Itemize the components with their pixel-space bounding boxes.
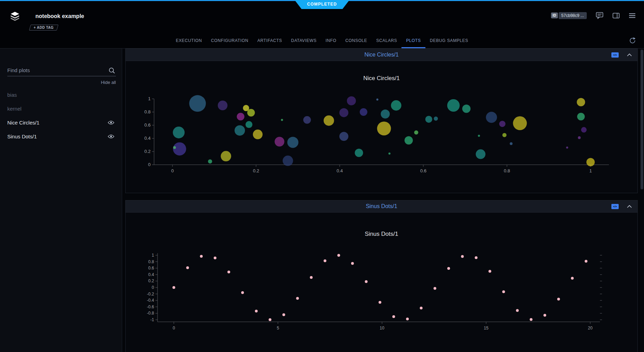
svg-text:0: 0 [148,162,151,167]
nice-circles-chart[interactable]: 00.20.40.60.8100.20.40.60.81 [142,93,611,177]
search-input[interactable] [7,65,116,76]
sinus-dots-chart[interactable]: 05101520-1-0.8-0.6-0.4-0.200.20.40.60.81 [141,252,604,334]
svg-text:20: 20 [588,326,593,330]
eye-icon[interactable] [108,134,115,139]
svg-text:0.6: 0.6 [420,168,426,173]
collapse-chevron-icon[interactable] [627,53,632,57]
svg-text:0: 0 [152,285,154,290]
plots-sidebar: Hide all biaskernelNice Circles/1Sinus D… [0,49,122,352]
svg-text:1: 1 [148,96,151,101]
tab-dataviews[interactable]: DATAVIEWS [287,34,321,48]
tab-console[interactable]: CONSOLE [341,34,372,48]
svg-text:0.4: 0.4 [337,168,343,173]
svg-text:0.4: 0.4 [144,136,151,141]
app-root: COMPLETED notebook example + ADD TAG ID … [0,0,644,352]
add-tag-label: + ADD TAG [34,26,54,29]
svg-text:0.6: 0.6 [144,122,151,128]
panel-title: Nice Circles/1 [364,52,399,58]
tab-scalars[interactable]: SCALARS [372,34,401,48]
svg-text:0.8: 0.8 [504,168,510,173]
status-badge: COMPLETED [295,0,349,9]
svg-text:-0.6: -0.6 [147,304,154,309]
svg-text:1: 1 [589,168,592,173]
sidebar-item-kernel[interactable]: kernel [7,102,116,115]
svg-text:-0.2: -0.2 [147,292,154,297]
svg-text:0.2: 0.2 [253,168,259,173]
tab-bar: EXECUTIONCONFIGURATIONARTIFACTSDATAVIEWS… [0,34,644,49]
plot-name: kernel [7,106,116,112]
panel-body: Nice Circles/1 00.20.40.60.8100.20.40.60… [126,61,637,193]
svg-text:0.2: 0.2 [144,149,151,154]
sidebar-item-nice-circles-1[interactable]: Nice Circles/1 [7,115,116,129]
details-panel-icon[interactable] [612,12,620,19]
experiment-id-badge[interactable]: ID 57cb98c9 ... [551,12,587,19]
panel-header: Sinus Dots/1 </> [126,200,637,213]
svg-text:-0.4: -0.4 [147,298,154,303]
hide-all-link[interactable]: Hide all [7,80,116,85]
header-actions: ID 57cb98c9 ... [551,12,636,19]
svg-text:10: 10 [380,326,384,330]
svg-text:0.2: 0.2 [148,278,154,283]
svg-text:0: 0 [171,168,173,173]
scrollbar[interactable] [640,49,644,352]
tab-info[interactable]: INFO [321,34,341,48]
svg-text:5: 5 [277,326,279,330]
svg-text:-0.8: -0.8 [147,311,154,316]
svg-text:0.6: 0.6 [148,266,154,271]
sidebar-item-sinus-dots-1[interactable]: Sinus Dots/1 [7,129,116,143]
app-logo-icon[interactable] [10,11,20,23]
search-row [7,65,116,76]
search-icon [109,67,115,75]
panel-actions: </> [611,200,632,212]
svg-text:0.4: 0.4 [148,272,154,277]
chart-title: Sinus Dots/1 [126,230,637,238]
plot-panel-sinus-dots: Sinus Dots/1 </> Sinus Dots/1 05101520-1… [125,200,638,352]
plot-code-icon[interactable]: </> [611,52,619,58]
tab-configuration[interactable]: CONFIGURATION [206,34,253,48]
svg-text:0: 0 [173,326,175,330]
menu-icon[interactable] [629,12,636,19]
plot-name: bias [7,92,116,98]
plot-panel-nice-circles: Nice Circles/1 </> Nice Circles/1 00.20.… [125,49,638,193]
plots-main: Nice Circles/1 </> Nice Circles/1 00.20.… [122,49,640,352]
sidebar-item-bias[interactable]: bias [7,88,116,102]
panel-header: Nice Circles/1 </> [126,49,637,61]
eye-icon[interactable] [108,120,115,125]
refresh-icon[interactable] [629,37,636,44]
tab-plots[interactable]: PLOTS [401,34,425,48]
content-area: Hide all biaskernelNice Circles/1Sinus D… [0,49,644,352]
tab-artifacts[interactable]: ARTIFACTS [253,34,287,48]
svg-text:15: 15 [484,326,489,330]
add-tag-button[interactable]: + ADD TAG [29,25,58,31]
experiment-title: notebook example [35,13,84,19]
chart-title: Nice Circles/1 [126,74,637,83]
tab-debug-samples[interactable]: DEBUG SAMPLES [425,34,473,48]
svg-text:-1: -1 [150,317,154,322]
tab-execution[interactable]: EXECUTION [171,34,206,48]
panel-actions: </> [611,49,632,61]
id-value: 57cb98c9 ... [559,12,587,19]
id-label: ID [551,12,558,18]
scrollbar-thumb[interactable] [641,50,643,189]
collapse-chevron-icon[interactable] [627,205,632,208]
panel-body: Sinus Dots/1 05101520-1-0.8-0.6-0.4-0.20… [126,213,637,352]
svg-text:0.8: 0.8 [148,259,154,264]
comments-icon[interactable] [596,12,603,19]
plot-name: Sinus Dots/1 [7,134,108,139]
svg-text:0.8: 0.8 [144,109,151,114]
plot-name: Nice Circles/1 [7,120,108,126]
svg-text:1: 1 [152,253,154,258]
panel-title: Sinus Dots/1 [366,203,397,209]
plot-code-icon[interactable]: </> [611,204,619,209]
